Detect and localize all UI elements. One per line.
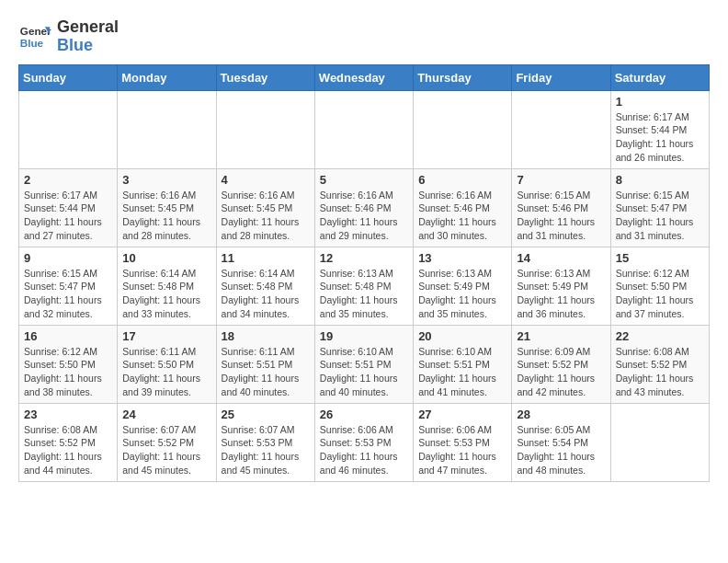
- day-cell: 25Sunrise: 6:07 AM Sunset: 5:53 PM Dayli…: [216, 403, 314, 481]
- day-info: Sunrise: 6:13 AM Sunset: 5:48 PM Dayligh…: [320, 267, 408, 321]
- day-number: 16: [24, 329, 112, 343]
- day-number: 9: [24, 251, 112, 265]
- day-cell: 27Sunrise: 6:06 AM Sunset: 5:53 PM Dayli…: [414, 403, 512, 481]
- day-header-thursday: Thursday: [414, 64, 512, 90]
- day-number: 19: [320, 329, 408, 343]
- day-cell: 6Sunrise: 6:16 AM Sunset: 5:46 PM Daylig…: [414, 168, 512, 247]
- day-number: 3: [122, 173, 210, 187]
- day-info: Sunrise: 6:10 AM Sunset: 5:51 PM Dayligh…: [320, 345, 408, 399]
- page-header: General Blue GeneralBlue: [18, 18, 710, 55]
- calendar-body: 1Sunrise: 6:17 AM Sunset: 5:44 PM Daylig…: [19, 90, 710, 481]
- day-header-wednesday: Wednesday: [314, 64, 413, 90]
- day-info: Sunrise: 6:12 AM Sunset: 5:50 PM Dayligh…: [616, 267, 704, 321]
- day-cell: 4Sunrise: 6:16 AM Sunset: 5:45 PM Daylig…: [216, 168, 314, 247]
- day-cell: [314, 90, 413, 168]
- day-number: 5: [320, 173, 408, 187]
- logo-icon: General Blue: [18, 20, 51, 53]
- week-row-5: 23Sunrise: 6:08 AM Sunset: 5:52 PM Dayli…: [19, 403, 710, 481]
- day-number: 18: [222, 329, 310, 343]
- day-info: Sunrise: 6:06 AM Sunset: 5:53 PM Dayligh…: [418, 423, 506, 477]
- day-info: Sunrise: 6:11 AM Sunset: 5:51 PM Dayligh…: [222, 345, 310, 399]
- day-number: 1: [616, 95, 704, 109]
- day-number: 7: [517, 173, 605, 187]
- day-number: 21: [517, 329, 605, 343]
- day-info: Sunrise: 6:08 AM Sunset: 5:52 PM Dayligh…: [24, 423, 112, 477]
- day-number: 8: [616, 173, 704, 187]
- day-cell: [610, 403, 709, 481]
- day-info: Sunrise: 6:16 AM Sunset: 5:46 PM Dayligh…: [320, 189, 408, 243]
- day-info: Sunrise: 6:12 AM Sunset: 5:50 PM Dayligh…: [24, 345, 112, 399]
- day-cell: 19Sunrise: 6:10 AM Sunset: 5:51 PM Dayli…: [314, 325, 413, 403]
- day-number: 17: [122, 329, 210, 343]
- day-cell: [19, 90, 118, 168]
- day-cell: 20Sunrise: 6:10 AM Sunset: 5:51 PM Dayli…: [414, 325, 512, 403]
- day-info: Sunrise: 6:15 AM Sunset: 5:47 PM Dayligh…: [24, 267, 112, 321]
- logo-text: GeneralBlue: [57, 18, 119, 55]
- day-header-tuesday: Tuesday: [216, 64, 314, 90]
- svg-text:General: General: [20, 25, 51, 37]
- day-number: 22: [616, 329, 704, 343]
- week-row-1: 1Sunrise: 6:17 AM Sunset: 5:44 PM Daylig…: [19, 90, 710, 168]
- day-number: 26: [320, 408, 408, 421]
- day-info: Sunrise: 6:16 AM Sunset: 5:46 PM Dayligh…: [418, 189, 506, 243]
- day-info: Sunrise: 6:17 AM Sunset: 5:44 PM Dayligh…: [616, 110, 704, 165]
- day-header-monday: Monday: [118, 64, 216, 90]
- day-info: Sunrise: 6:07 AM Sunset: 5:52 PM Dayligh…: [122, 423, 210, 477]
- day-number: 4: [222, 173, 310, 187]
- day-cell: [216, 90, 314, 168]
- day-cell: 23Sunrise: 6:08 AM Sunset: 5:52 PM Dayli…: [19, 403, 118, 481]
- day-info: Sunrise: 6:06 AM Sunset: 5:53 PM Dayligh…: [320, 423, 408, 477]
- day-info: Sunrise: 6:15 AM Sunset: 5:46 PM Dayligh…: [517, 189, 605, 243]
- day-number: 25: [222, 408, 310, 421]
- day-cell: 21Sunrise: 6:09 AM Sunset: 5:52 PM Dayli…: [512, 325, 610, 403]
- day-number: 11: [222, 251, 310, 265]
- day-cell: 7Sunrise: 6:15 AM Sunset: 5:46 PM Daylig…: [512, 168, 610, 247]
- day-cell: 17Sunrise: 6:11 AM Sunset: 5:50 PM Dayli…: [118, 325, 216, 403]
- calendar-header-row: SundayMondayTuesdayWednesdayThursdayFrid…: [19, 64, 710, 90]
- day-cell: 18Sunrise: 6:11 AM Sunset: 5:51 PM Dayli…: [216, 325, 314, 403]
- day-info: Sunrise: 6:16 AM Sunset: 5:45 PM Dayligh…: [122, 189, 210, 243]
- day-cell: 15Sunrise: 6:12 AM Sunset: 5:50 PM Dayli…: [610, 247, 709, 325]
- day-cell: 24Sunrise: 6:07 AM Sunset: 5:52 PM Dayli…: [118, 403, 216, 481]
- calendar-table: SundayMondayTuesdayWednesdayThursdayFrid…: [18, 64, 710, 482]
- day-number: 6: [418, 173, 506, 187]
- logo: General Blue GeneralBlue: [18, 18, 119, 55]
- day-header-friday: Friday: [512, 64, 610, 90]
- day-info: Sunrise: 6:10 AM Sunset: 5:51 PM Dayligh…: [418, 345, 506, 399]
- day-number: 27: [418, 408, 506, 421]
- day-info: Sunrise: 6:16 AM Sunset: 5:45 PM Dayligh…: [222, 189, 310, 243]
- day-cell: [414, 90, 512, 168]
- day-cell: 1Sunrise: 6:17 AM Sunset: 5:44 PM Daylig…: [610, 90, 709, 168]
- day-cell: 26Sunrise: 6:06 AM Sunset: 5:53 PM Dayli…: [314, 403, 413, 481]
- day-info: Sunrise: 6:08 AM Sunset: 5:52 PM Dayligh…: [616, 345, 704, 399]
- day-header-sunday: Sunday: [19, 64, 118, 90]
- day-cell: 11Sunrise: 6:14 AM Sunset: 5:48 PM Dayli…: [216, 247, 314, 325]
- day-info: Sunrise: 6:09 AM Sunset: 5:52 PM Dayligh…: [517, 345, 605, 399]
- day-cell: [118, 90, 216, 168]
- day-number: 2: [24, 173, 112, 187]
- svg-text:Blue: Blue: [20, 37, 44, 49]
- day-cell: 22Sunrise: 6:08 AM Sunset: 5:52 PM Dayli…: [610, 325, 709, 403]
- day-cell: 28Sunrise: 6:05 AM Sunset: 5:54 PM Dayli…: [512, 403, 610, 481]
- day-number: 10: [122, 251, 210, 265]
- week-row-2: 2Sunrise: 6:17 AM Sunset: 5:44 PM Daylig…: [19, 168, 710, 247]
- day-number: 20: [418, 329, 506, 343]
- day-info: Sunrise: 6:15 AM Sunset: 5:47 PM Dayligh…: [616, 189, 704, 243]
- day-cell: [512, 90, 610, 168]
- day-cell: 3Sunrise: 6:16 AM Sunset: 5:45 PM Daylig…: [118, 168, 216, 247]
- day-header-saturday: Saturday: [610, 64, 709, 90]
- day-info: Sunrise: 6:11 AM Sunset: 5:50 PM Dayligh…: [122, 345, 210, 399]
- day-info: Sunrise: 6:14 AM Sunset: 5:48 PM Dayligh…: [222, 267, 310, 321]
- day-cell: 10Sunrise: 6:14 AM Sunset: 5:48 PM Dayli…: [118, 247, 216, 325]
- day-cell: 12Sunrise: 6:13 AM Sunset: 5:48 PM Dayli…: [314, 247, 413, 325]
- week-row-3: 9Sunrise: 6:15 AM Sunset: 5:47 PM Daylig…: [19, 247, 710, 325]
- day-cell: 13Sunrise: 6:13 AM Sunset: 5:49 PM Dayli…: [414, 247, 512, 325]
- day-info: Sunrise: 6:17 AM Sunset: 5:44 PM Dayligh…: [24, 189, 112, 243]
- day-cell: 14Sunrise: 6:13 AM Sunset: 5:49 PM Dayli…: [512, 247, 610, 325]
- day-cell: 16Sunrise: 6:12 AM Sunset: 5:50 PM Dayli…: [19, 325, 118, 403]
- day-number: 15: [616, 251, 704, 265]
- day-info: Sunrise: 6:07 AM Sunset: 5:53 PM Dayligh…: [222, 423, 310, 477]
- day-cell: 5Sunrise: 6:16 AM Sunset: 5:46 PM Daylig…: [314, 168, 413, 247]
- day-info: Sunrise: 6:14 AM Sunset: 5:48 PM Dayligh…: [122, 267, 210, 321]
- day-number: 23: [24, 408, 112, 421]
